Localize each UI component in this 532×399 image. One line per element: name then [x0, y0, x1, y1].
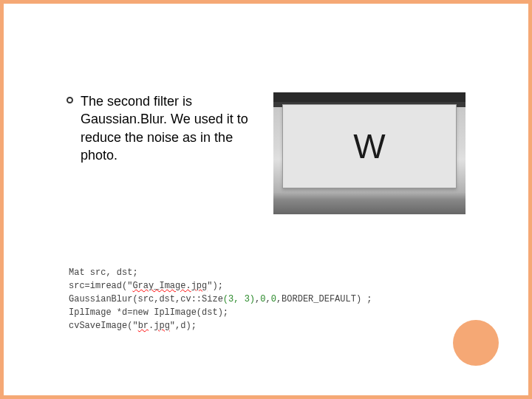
- code-line-2a: src=imread(": [69, 281, 132, 291]
- code-line-3f: 0: [271, 294, 276, 304]
- code-line-5e: ",d);: [170, 321, 197, 331]
- example-photo: W: [273, 92, 466, 214]
- code-line-3g: ,BORDER_DEFAULT) ;: [276, 294, 372, 304]
- image-column: W: [273, 92, 484, 214]
- code-line-1: Mat src, dst;: [69, 267, 138, 278]
- decorative-circle-icon: [453, 320, 499, 366]
- code-snippet: Mat src, dst; src=imread("Gray_Image.jpg…: [69, 266, 372, 332]
- paragraph-text: The second filter is Gaussian.Blur. We u…: [81, 92, 259, 164]
- code-line-2b: Gray_Image.: [132, 281, 191, 291]
- code-line-3b: (3, 3): [223, 294, 255, 304]
- slide-content: The second filter is Gaussian.Blur. We u…: [4, 4, 528, 214]
- photo-letter: W: [353, 126, 385, 166]
- code-line-3e: ,: [265, 294, 270, 304]
- bullet-icon: [66, 97, 73, 103]
- code-line-5d: jpg: [154, 321, 170, 331]
- code-line-3a: GaussianBlur(src,dst,cv::Size: [69, 294, 223, 304]
- text-column: The second filter is Gaussian.Blur. We u…: [66, 92, 259, 214]
- code-line-5a: cvSaveImage(": [69, 321, 138, 331]
- code-line-2d: ");: [207, 281, 223, 291]
- photo-card: W: [282, 104, 457, 188]
- code-line-5b: br: [138, 321, 149, 331]
- code-line-4a: IplImage *d=new IplImage(dst);: [69, 307, 228, 318]
- code-line-2c: jpg: [191, 281, 208, 291]
